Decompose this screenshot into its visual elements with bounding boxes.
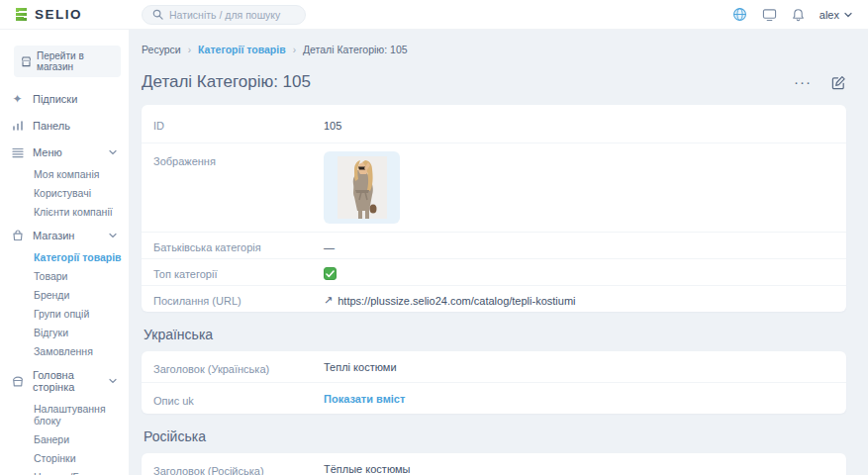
sidebar-item-subscriptions[interactable]: ✦ Підписки: [10, 87, 123, 111]
global-search[interactable]: [142, 5, 306, 25]
globe-icon[interactable]: [732, 7, 747, 22]
sidebar-item-label: Панель: [33, 120, 121, 132]
sidebar-subitem-news-blog[interactable]: Новини/Блог: [10, 467, 123, 475]
menu-lines-icon: [11, 147, 24, 158]
field-label-id: ID: [153, 116, 324, 132]
category-details-card: ID 105 Зображення: [142, 105, 846, 312]
bar-chart-icon: [11, 120, 24, 132]
sidebar-subitem-pages[interactable]: Сторінки: [10, 448, 123, 467]
show-content-link-uk[interactable]: Показати вміст: [324, 393, 405, 405]
selio-logo-icon: [14, 7, 29, 22]
sidebar-subitem-product-categories[interactable]: Категорії товарів: [10, 247, 123, 266]
user-menu[interactable]: alex: [820, 9, 852, 21]
field-label-title-uk: Заголовок (Українська): [153, 359, 324, 375]
chevron-down-icon: [109, 378, 117, 384]
main-content: Ресурси › Категорії товарів › Деталі Кат…: [129, 30, 868, 475]
field-value-title-ru: Тёплые костюмы: [324, 463, 410, 475]
basket-icon: [11, 376, 24, 387]
chevron-down-icon: [109, 233, 117, 238]
field-label-top-category: Топ категорії: [153, 264, 324, 280]
app-logo[interactable]: SELIO: [14, 7, 142, 22]
top-header: SELIO alex: [0, 0, 868, 30]
field-label-parent-category: Батьківська категорія: [153, 238, 324, 253]
shopping-bag-icon: [11, 230, 24, 241]
sparkles-icon: ✦: [11, 93, 24, 105]
field-label-image: Зображення: [153, 151, 324, 167]
section-title-ukrainian: Українська: [144, 327, 846, 342]
category-image-thumbnail[interactable]: [324, 151, 400, 224]
sidebar-item-homepage[interactable]: Головна сторінка: [10, 363, 123, 399]
logo-text: SELIO: [35, 7, 82, 22]
sidebar-item-menu[interactable]: Меню: [10, 141, 123, 164]
sidebar-subitem-users[interactable]: Користувачі: [10, 183, 123, 202]
sidebar-item-label: Магазин: [33, 230, 100, 241]
external-link-icon: ↗: [324, 294, 333, 307]
sidebar: Перейти в магазин ✦ Підписки Панель Меню…: [0, 30, 129, 475]
sidebar-subitem-orders[interactable]: Замовлення: [10, 341, 123, 360]
page-title: Деталі Категорію: 105: [142, 72, 311, 92]
sidebar-subitem-brands[interactable]: Бренди: [10, 285, 123, 304]
go-to-store-button[interactable]: Перейти в магазин: [14, 46, 121, 77]
bell-icon[interactable]: [792, 8, 805, 22]
category-url-link[interactable]: https://plussize.selio24.com/catalog/tep…: [338, 295, 575, 307]
sidebar-subitem-block-settings[interactable]: Налаштування блоку: [10, 399, 123, 429]
breadcrumb-product-categories[interactable]: Категорії товарів: [198, 44, 286, 55]
more-actions-button[interactable]: ···: [794, 77, 812, 87]
field-value-title-uk: Теплі костюми: [324, 361, 397, 373]
sidebar-subitem-reviews[interactable]: Відгуки: [10, 323, 123, 341]
sidebar-item-dashboard[interactable]: Панель: [10, 114, 123, 138]
sidebar-subitem-banners[interactable]: Банери: [10, 429, 123, 448]
chevron-down-icon: [109, 149, 117, 155]
breadcrumb-current: Деталі Категорію: 105: [303, 44, 408, 55]
chevron-down-icon: [844, 12, 852, 18]
sidebar-subitem-my-company[interactable]: Моя компанія: [10, 164, 123, 183]
storefront-icon: [21, 56, 32, 67]
sidebar-subitem-option-groups[interactable]: Групи опцій: [10, 304, 123, 323]
go-to-store-label: Перейти в магазин: [37, 50, 114, 72]
field-label-description-uk: Опис uk: [153, 391, 324, 407]
sidebar-item-label: Головна сторінка: [33, 369, 100, 393]
field-value-parent-category: —: [324, 238, 335, 253]
sidebar-item-shop[interactable]: Магазин: [10, 224, 123, 247]
edit-button[interactable]: [831, 75, 846, 90]
monitor-icon[interactable]: [762, 8, 777, 22]
field-label-url: Посилання (URL): [153, 291, 324, 307]
breadcrumb-separator-icon: ›: [293, 45, 296, 55]
top-category-checkbox[interactable]: [324, 267, 337, 280]
sidebar-subitem-products[interactable]: Товари: [10, 266, 123, 285]
sidebar-subitem-company-clients[interactable]: Клієнти компанії: [10, 202, 123, 221]
breadcrumb: Ресурси › Категорії товарів › Деталі Кат…: [142, 44, 846, 55]
russian-card: Заголовок (Російська) Тёплые костюмы Опи…: [142, 453, 846, 475]
breadcrumb-separator-icon: ›: [188, 45, 191, 55]
field-label-title-ru: Заголовок (Російська): [153, 461, 324, 475]
username: alex: [820, 9, 839, 21]
breadcrumb-resources[interactable]: Ресурси: [142, 44, 181, 55]
field-value-id: 105: [324, 116, 341, 132]
sidebar-item-label: Підписки: [33, 93, 121, 105]
ukrainian-card: Заголовок (Українська) Теплі костюми Опи…: [142, 351, 846, 414]
search-input[interactable]: [169, 9, 295, 21]
sidebar-item-label: Меню: [33, 146, 100, 158]
search-icon: [152, 9, 163, 20]
section-title-russian: Російська: [144, 428, 846, 444]
